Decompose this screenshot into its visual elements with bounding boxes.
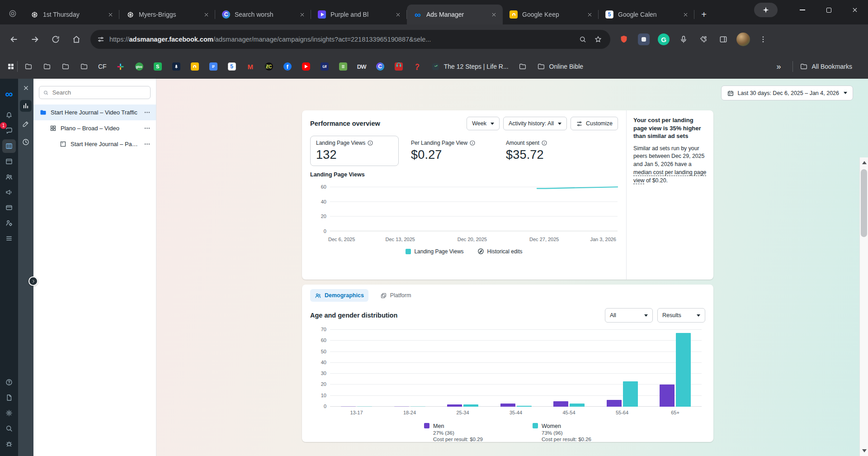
men-bar[interactable] bbox=[500, 404, 515, 407]
password-extension-icon[interactable] bbox=[635, 30, 653, 48]
overflow-menu-icon[interactable] bbox=[142, 109, 152, 116]
grammarly-icon[interactable]: G bbox=[655, 30, 673, 48]
customize-button[interactable]: Customize bbox=[571, 117, 618, 130]
bookmark-folder[interactable] bbox=[518, 62, 527, 71]
bookmark-dw[interactable]: DW bbox=[357, 62, 366, 71]
overflow-menu-icon[interactable] bbox=[142, 125, 152, 132]
week-dropdown[interactable]: Week bbox=[467, 117, 500, 130]
women-bar[interactable] bbox=[623, 381, 638, 407]
address-bar[interactable]: https://adsmanager.facebook.com/adsmanag… bbox=[90, 30, 610, 49]
audiences-icon[interactable] bbox=[2, 170, 16, 184]
metric-per-landing-page-view[interactable]: Per Landing Page View$0.27 bbox=[405, 136, 494, 166]
scroll-up-icon[interactable] bbox=[862, 161, 867, 164]
bookmark-slack[interactable] bbox=[116, 62, 125, 71]
account-settings-icon[interactable] bbox=[2, 216, 16, 230]
men-bar[interactable] bbox=[553, 401, 568, 407]
bookmark-subsplash[interactable]: S bbox=[153, 62, 162, 71]
bookmark-youtube[interactable] bbox=[302, 62, 311, 71]
women-bar[interactable] bbox=[676, 333, 691, 407]
men-bar[interactable] bbox=[341, 406, 356, 407]
minimize-button[interactable] bbox=[789, 0, 816, 20]
tab-close-icon[interactable] bbox=[393, 10, 402, 19]
men-bar[interactable] bbox=[660, 385, 675, 407]
metric-filter-dropdown[interactable]: Results bbox=[657, 308, 705, 323]
metric-amount-spent[interactable]: Amount spent$35.72 bbox=[500, 136, 589, 166]
profile-avatar[interactable] bbox=[734, 30, 752, 48]
all-tools-menu-icon[interactable] bbox=[2, 232, 16, 245]
bookmark-star-icon[interactable] bbox=[590, 32, 606, 47]
close-window-button[interactable] bbox=[842, 0, 868, 20]
apps-grid-icon[interactable] bbox=[6, 62, 15, 71]
scrollbar-thumb[interactable] bbox=[861, 169, 867, 237]
bookmark-audiobook[interactable] bbox=[394, 62, 403, 71]
women-bar[interactable] bbox=[410, 406, 425, 407]
new-tab-button[interactable]: + bbox=[697, 8, 711, 21]
tab-google-keep[interactable]: Google Keep bbox=[503, 5, 599, 24]
adblock-shield-icon[interactable] bbox=[615, 30, 633, 48]
overflow-menu-icon[interactable] bbox=[142, 141, 152, 147]
bookmark-online-bible[interactable]: Online Bible bbox=[537, 62, 584, 71]
ads-reporting-icon[interactable] bbox=[2, 155, 16, 168]
men-bar[interactable] bbox=[447, 404, 462, 407]
charts-icon[interactable] bbox=[20, 100, 32, 112]
bookmark-tree[interactable] bbox=[172, 62, 181, 71]
ads-icon[interactable] bbox=[2, 185, 16, 199]
bookmark-folder[interactable] bbox=[80, 62, 89, 71]
pinned-extension-button[interactable] bbox=[754, 3, 778, 17]
tab-platform[interactable]: Platform bbox=[376, 289, 416, 302]
zoom-icon[interactable] bbox=[575, 32, 590, 47]
url-text[interactable]: https://adsmanager.facebook.com/adsmanag… bbox=[109, 36, 575, 43]
bookmark-folder[interactable] bbox=[61, 62, 70, 71]
microphone-icon[interactable] bbox=[675, 30, 693, 48]
expand-panel-button[interactable] bbox=[28, 276, 38, 286]
browser-logo-icon[interactable] bbox=[4, 5, 22, 23]
tab-purple-and-bl[interactable]: Purple and Bl bbox=[311, 5, 407, 24]
scroll-down-icon[interactable] bbox=[862, 449, 867, 452]
women-bar[interactable] bbox=[357, 406, 372, 407]
back-button[interactable] bbox=[5, 30, 24, 49]
reload-button[interactable] bbox=[46, 30, 65, 49]
site-settings-icon[interactable] bbox=[97, 35, 105, 43]
meta-logo-icon[interactable]: ∞ bbox=[5, 89, 13, 100]
side-panel-icon[interactable] bbox=[714, 30, 732, 48]
tab-ads-manager[interactable]: ∞Ads Manager bbox=[407, 5, 503, 24]
date-range-selector[interactable]: Last 30 days: Dec 6, 2025 – Jan 4, 2026 bbox=[721, 86, 853, 100]
browser-menu-icon[interactable] bbox=[754, 30, 772, 48]
messages-icon[interactable]: 1 bbox=[2, 124, 16, 138]
settings-gear-icon[interactable] bbox=[2, 406, 16, 420]
men-bar[interactable] bbox=[394, 406, 409, 407]
bookmark-cf[interactable]: CF bbox=[98, 63, 107, 70]
bookmark-canva[interactable]: C bbox=[376, 62, 385, 71]
women-bar[interactable] bbox=[463, 404, 478, 407]
tab-google-calen[interactable]: 5Google Calen bbox=[599, 5, 694, 24]
report-bug-icon[interactable] bbox=[2, 437, 16, 451]
women-bar[interactable] bbox=[570, 404, 585, 407]
tab-search-worsh[interactable]: CSearch worsh bbox=[215, 5, 311, 24]
home-button[interactable] bbox=[67, 30, 86, 49]
bookmark-ui[interactable]: UI bbox=[320, 62, 329, 71]
history-clock-icon[interactable] bbox=[20, 136, 32, 148]
bookmark-swoosh[interactable] bbox=[413, 62, 422, 71]
bookmark-docs[interactable] bbox=[209, 62, 218, 71]
bookmark-folder[interactable] bbox=[42, 62, 52, 71]
close-panel-icon[interactable] bbox=[20, 82, 32, 94]
activity-history-dropdown[interactable]: Activity history: All bbox=[503, 117, 567, 130]
search-icon[interactable] bbox=[2, 422, 16, 435]
women-bar[interactable] bbox=[517, 406, 532, 407]
campaigns-icon[interactable] bbox=[2, 139, 16, 153]
tree-item-start-here-journal-video-traffic[interactable]: Start Here Journal – Video Traffic bbox=[33, 104, 156, 120]
tab-close-icon[interactable] bbox=[585, 10, 594, 19]
documentation-icon[interactable] bbox=[2, 391, 16, 404]
tab-demographics[interactable]: Demographics bbox=[310, 289, 368, 302]
bookmark-the-12-steps-life-r[interactable]: The 12 Steps | Life R... bbox=[431, 62, 509, 71]
breakdown-filter-dropdown[interactable]: All bbox=[605, 308, 653, 323]
tree-item-plano-broad-video[interactable]: Plano – Broad – Video bbox=[33, 120, 156, 136]
campaign-search-input[interactable] bbox=[52, 89, 146, 96]
tab-close-icon[interactable] bbox=[202, 10, 211, 19]
tab-1st-thursday[interactable]: 1st Thursday bbox=[24, 5, 119, 24]
bookmark-calendar[interactable]: 5 bbox=[227, 62, 236, 71]
bookmark-zc[interactable]: ƵC bbox=[264, 62, 274, 71]
tab-myers-briggs[interactable]: Myers-Briggs bbox=[119, 5, 215, 24]
page-scrollbar[interactable] bbox=[859, 157, 868, 456]
tab-close-icon[interactable] bbox=[489, 10, 498, 19]
